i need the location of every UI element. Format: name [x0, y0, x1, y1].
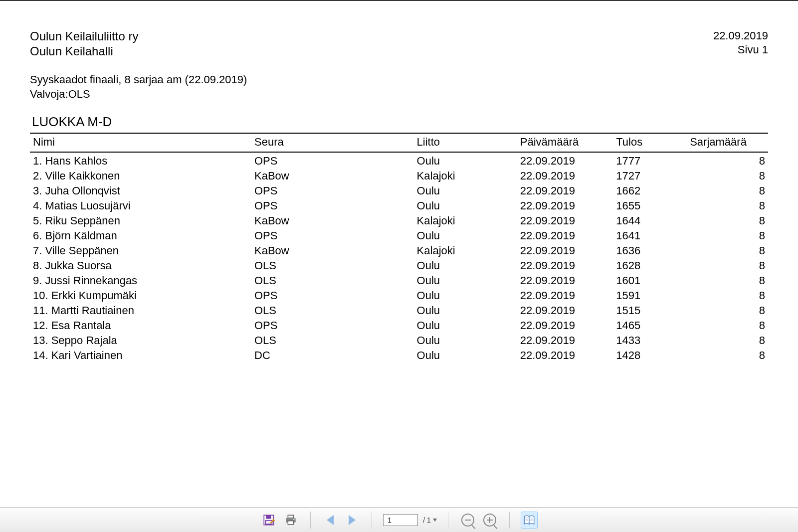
triangle-left-icon [327, 515, 334, 525]
cell-date: 22.09.2019 [517, 333, 613, 348]
table-row: 1. Hans KahlosOPSOulu22.09.201917778 [30, 154, 768, 169]
cell-score: 1641 [613, 228, 687, 243]
cell-series: 8 [687, 243, 768, 258]
cell-club: OLS [251, 303, 414, 318]
cell-name: 6. Björn Käldman [30, 228, 251, 243]
cell-name: 14. Kari Vartiainen [30, 348, 251, 363]
viewer-toolbar: / 1 [0, 507, 798, 532]
cell-name: 8. Jukka Suorsa [30, 258, 251, 273]
cell-assoc: Oulu [414, 198, 517, 213]
page-number-input[interactable] [383, 514, 418, 526]
cell-date: 22.09.2019 [517, 154, 613, 169]
cell-date: 22.09.2019 [517, 288, 613, 303]
zoom-out-button[interactable] [459, 512, 476, 529]
cell-series: 8 [687, 228, 768, 243]
cell-assoc: Oulu [414, 318, 517, 333]
print-button[interactable] [282, 512, 299, 529]
cell-club: KaBow [251, 243, 414, 258]
cell-club: KaBow [251, 169, 414, 183]
cell-assoc: Oulu [414, 348, 517, 363]
cell-date: 22.09.2019 [517, 258, 613, 273]
cell-score: 1601 [613, 273, 687, 288]
chevron-down-icon[interactable] [433, 519, 437, 522]
report-date: 22.09.2019 [713, 29, 768, 43]
cell-score: 1628 [613, 258, 687, 273]
two-page-view-button[interactable] [521, 512, 538, 529]
svg-rect-5 [288, 521, 294, 524]
cell-name: 2. Ville Kaikkonen [30, 169, 251, 183]
cell-name: 7. Ville Seppänen [30, 243, 251, 258]
cell-score: 1433 [613, 333, 687, 348]
cell-date: 22.09.2019 [517, 303, 613, 318]
cell-assoc: Kalajoki [414, 169, 517, 183]
cell-series: 8 [687, 348, 768, 363]
cell-club: OPS [251, 198, 414, 213]
cell-series: 8 [687, 273, 768, 288]
viewer-area[interactable]: Oulun Keilailuliitto ry Oulun Keilahalli… [0, 0, 798, 507]
cell-series: 8 [687, 288, 768, 303]
cell-club: OPS [251, 318, 414, 333]
next-page-button[interactable] [344, 512, 361, 529]
table-row: 7. Ville SeppänenKaBowKalajoki22.09.2019… [30, 243, 768, 258]
cell-score: 1515 [613, 303, 687, 318]
cell-date: 22.09.2019 [517, 228, 613, 243]
cell-date: 22.09.2019 [517, 213, 613, 228]
cell-date: 22.09.2019 [517, 169, 613, 183]
cell-assoc: Oulu [414, 154, 517, 169]
cell-club: OLS [251, 258, 414, 273]
table-row: 10. Erkki KumpumäkiOPSOulu22.09.20191591… [30, 288, 768, 303]
venue-name: Oulun Keilahalli [30, 44, 138, 59]
cell-series: 8 [687, 154, 768, 169]
cell-name: 11. Martti Rautiainen [30, 303, 251, 318]
page-total-label: / 1 [423, 516, 431, 524]
svg-point-6 [293, 519, 294, 520]
book-open-icon [523, 514, 536, 527]
cell-date: 22.09.2019 [517, 318, 613, 333]
cell-club: OPS [251, 288, 414, 303]
cell-series: 8 [687, 258, 768, 273]
cell-assoc: Oulu [414, 228, 517, 243]
table-row: 8. Jukka SuorsaOLSOulu22.09.201916288 [30, 258, 768, 273]
event-supervisor: Valvoja:OLS [30, 87, 768, 102]
table-row: 14. Kari VartiainenDCOulu22.09.201914288 [30, 348, 768, 363]
cell-date: 22.09.2019 [517, 243, 613, 258]
table-row: 11. Martti RautiainenOLSOulu22.09.201915… [30, 303, 768, 318]
cell-score: 1727 [613, 169, 687, 183]
cell-score: 1644 [613, 213, 687, 228]
cell-score: 1428 [613, 348, 687, 363]
triangle-right-icon [349, 515, 356, 525]
cell-assoc: Oulu [414, 288, 517, 303]
org-name: Oulun Keilailuliitto ry [30, 29, 138, 44]
cell-assoc: Oulu [414, 333, 517, 348]
table-row: 9. Jussi RinnekangasOLSOulu22.09.2019160… [30, 273, 768, 288]
cell-assoc: Oulu [414, 303, 517, 318]
col-seura: Seura [251, 133, 414, 152]
table-row: 13. Seppo RajalaOLSOulu22.09.201914338 [30, 333, 768, 348]
col-sarja: Sarjamäärä [687, 133, 768, 152]
cell-series: 8 [687, 318, 768, 333]
table-row: 12. Esa RantalaOPSOulu22.09.201914658 [30, 318, 768, 333]
cell-club: OPS [251, 183, 414, 198]
section-title: LUOKKA M-D [32, 114, 768, 130]
cell-club: OLS [251, 273, 414, 288]
cell-date: 22.09.2019 [517, 348, 613, 363]
document-page: Oulun Keilailuliitto ry Oulun Keilahalli… [0, 0, 798, 507]
magnify-minus-icon [461, 514, 474, 527]
cell-club: OLS [251, 333, 414, 348]
cell-date: 22.09.2019 [517, 198, 613, 213]
cell-score: 1655 [613, 198, 687, 213]
cell-name: 13. Seppo Rajala [30, 333, 251, 348]
col-tulos: Tulos [613, 133, 687, 152]
table-row: 3. Juha OllonqvistOPSOulu22.09.201916628 [30, 183, 768, 198]
svg-rect-3 [288, 515, 294, 518]
cell-club: DC [251, 348, 414, 363]
cell-club: KaBow [251, 213, 414, 228]
col-liitto: Liitto [414, 133, 517, 152]
results-table: Nimi Seura Liitto Päivämäärä Tulos Sarja… [30, 133, 768, 363]
event-title: Syyskaadot finaali, 8 sarjaa am (22.09.2… [30, 73, 768, 87]
save-button[interactable] [260, 512, 277, 529]
zoom-in-button[interactable] [481, 512, 498, 529]
svg-rect-1 [266, 515, 271, 519]
table-row: 4. Matias LuosujärviOPSOulu22.09.2019165… [30, 198, 768, 213]
prev-page-button[interactable] [322, 512, 339, 529]
